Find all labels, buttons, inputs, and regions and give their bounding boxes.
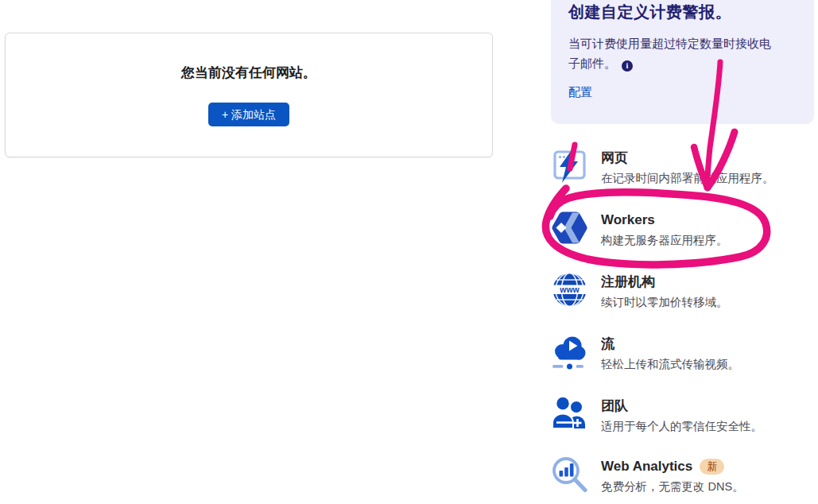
product-row-pages[interactable]: 网页 在记录时间内部署前端应用程序。 — [551, 145, 813, 190]
registrar-globe-icon: www — [551, 271, 588, 308]
product-text: Web Analytics新 免费分析，无需更改 DNS。 — [601, 454, 744, 494]
product-description: 适用于每个人的零信任安全性。 — [601, 418, 762, 434]
billing-alert-title: 创建自定义计费警报。 — [568, 2, 798, 23]
product-description: 续订时以零加价转移域。 — [601, 294, 728, 310]
product-text: Workers 构建无服务器应用程序。 — [601, 207, 728, 248]
configure-link[interactable]: 配置 — [568, 85, 592, 100]
product-title: Workers — [601, 211, 728, 229]
svg-text:www: www — [559, 285, 580, 294]
product-title: 注册机构 — [601, 273, 728, 291]
teams-people-icon — [551, 395, 588, 432]
new-badge: 新 — [700, 459, 724, 475]
product-text: 流 轻松上传和流式传输视频。 — [601, 331, 739, 372]
web-analytics-magnifier-icon — [551, 456, 588, 493]
product-description: 轻松上传和流式传输视频。 — [601, 356, 739, 372]
product-text: 注册机构 续订时以零加价转移域。 — [601, 269, 728, 310]
product-description: 构建无服务器应用程序。 — [601, 232, 728, 248]
product-row-workers[interactable]: Workers 构建无服务器应用程序。 — [551, 207, 813, 252]
billing-alert-body: 当可计费使用量超过特定数量时接收电子邮件。i — [568, 33, 781, 73]
product-title: 团队 — [601, 397, 762, 415]
workers-icon — [551, 209, 588, 246]
product-row-stream[interactable]: 流 轻松上传和流式传输视频。 — [551, 331, 813, 376]
add-site-button[interactable]: + 添加站点 — [208, 103, 289, 126]
product-row-registrar[interactable]: www 注册机构 续订时以零加价转移域。 — [551, 269, 813, 314]
product-title-text: Web Analytics — [601, 458, 692, 475]
product-text: 团队 适用于每个人的零信任安全性。 — [601, 394, 762, 434]
product-row-web-analytics[interactable]: Web Analytics新 免费分析，无需更改 DNS。 — [551, 454, 813, 498]
product-row-teams[interactable]: 团队 适用于每个人的零信任安全性。 — [551, 394, 813, 438]
info-icon[interactable]: i — [622, 60, 633, 72]
stream-cloud-play-icon — [551, 333, 588, 370]
product-description: 在记录时间内部署前端应用程序。 — [601, 170, 774, 186]
empty-websites-card: 您当前没有任何网站。 + 添加站点 — [5, 33, 493, 157]
billing-alert-panel: 创建自定义计费警报。 当可计费使用量超过特定数量时接收电子邮件。i 配置 — [551, 0, 814, 124]
empty-websites-message: 您当前没有任何网站。 — [181, 64, 316, 82]
product-title: Web Analytics新 — [601, 458, 744, 475]
product-title: 网页 — [601, 149, 774, 167]
product-title: 流 — [601, 335, 739, 353]
pages-icon — [551, 147, 588, 184]
billing-alert-body-text: 当可计费使用量超过特定数量时接收电子邮件。 — [568, 37, 771, 70]
product-text: 网页 在记录时间内部署前端应用程序。 — [601, 145, 774, 186]
product-description: 免费分析，无需更改 DNS。 — [601, 479, 744, 494]
cloudflare-dashboard-page: 您当前没有任何网站。 + 添加站点 创建自定义计费警报。 当可计费使用量超过特定… — [0, 0, 818, 504]
